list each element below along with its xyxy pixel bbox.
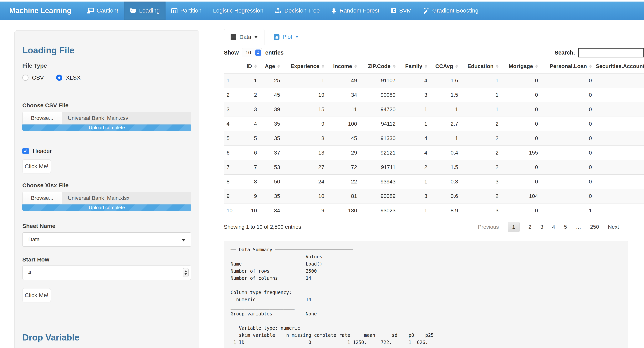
show-entries-select[interactable]: 10 (242, 48, 262, 57)
xlsx-browse-button[interactable]: Browse... (22, 192, 62, 204)
column-label: ID (246, 63, 252, 69)
table-cell: 1 (239, 73, 262, 88)
column-label: Experience (291, 63, 319, 69)
table-cell: 1 (286, 73, 330, 88)
table-row: 663713299212140.4215500 (224, 146, 644, 160)
sitemap-icon (275, 8, 282, 13)
table-cell: 6 (224, 146, 239, 160)
nav-tab-gradient-boosting[interactable]: Gradient Boosting (418, 2, 484, 20)
sort-icon (456, 65, 458, 68)
table-cell: 29 (330, 146, 362, 160)
table-cell: 1.5 (433, 160, 464, 175)
header-cell-family[interactable]: Family (401, 60, 433, 73)
table-cell: 0 (597, 189, 644, 204)
pagination-page[interactable]: 5 (564, 224, 567, 230)
header-cell-ccavg[interactable]: CCAvg (433, 60, 464, 73)
table-cell: 4 (401, 146, 433, 160)
table-cell: 5 (239, 131, 262, 146)
table-cell: 45 (330, 131, 362, 146)
pagination-page[interactable]: 3 (540, 224, 543, 230)
radio-csv[interactable]: CSV (22, 74, 44, 81)
pagination-page-current[interactable]: 1 (508, 222, 520, 232)
table-cell: 0 (543, 146, 597, 160)
table-cell: 7 (224, 160, 239, 175)
header-cell-zip-code[interactable]: ZIP.Code (362, 60, 401, 73)
table-cell: 49 (330, 73, 362, 88)
header-cell-experience[interactable]: Experience (286, 60, 330, 73)
table-cell: 0 (543, 175, 597, 189)
nav-tab-decision-tree[interactable]: Decision Tree (269, 2, 325, 20)
nav-tab-loading[interactable]: Loading (124, 2, 166, 20)
tab-plot[interactable]: Plot (267, 29, 305, 45)
pagination-page[interactable]: 4 (552, 224, 555, 230)
nav-tab-logistic-regression[interactable]: Logistic Regression (207, 2, 269, 20)
table-cell: 3 (401, 189, 433, 204)
table-cell: 9 (239, 189, 262, 204)
header-cell-mortgage[interactable]: Mortgage (504, 60, 543, 73)
header-cell-securities-account[interactable]: Securities.Account (597, 60, 644, 73)
header-cell-id[interactable]: ID (239, 60, 262, 73)
tab-data[interactable]: Data (224, 29, 264, 45)
table-cell: 0.6 (433, 189, 464, 204)
nav-tab-caution[interactable]: Caution! (82, 2, 124, 20)
show-label: Show (224, 50, 239, 56)
radio-xlsx-circle[interactable] (56, 75, 62, 81)
search-input[interactable] (578, 48, 644, 57)
stepper-icon[interactable] (183, 268, 188, 277)
nav-tab-label: SVM (399, 7, 412, 14)
xlsx-load-button[interactable]: Click Me! (22, 288, 51, 302)
table-cell: 25 (262, 73, 286, 88)
table-cell: 2 (464, 160, 504, 175)
table-cell: 155 (504, 146, 543, 160)
magic-wand-icon (423, 8, 430, 14)
data-summary-output: ── Data Summary ────────────────────────… (230, 246, 621, 346)
file-type-label: File Type (22, 62, 191, 69)
tab-plot-label: Plot (282, 34, 292, 40)
table-cell: 2 (464, 146, 504, 160)
pagination-page[interactable]: 250 (590, 224, 599, 230)
radio-xlsx[interactable]: XLSX (56, 74, 81, 81)
header-cell-education[interactable]: Education (464, 60, 504, 73)
table-cell: 90089 (362, 189, 401, 204)
table-cell: 81 (330, 189, 362, 204)
table-cell: 8.9 (433, 204, 464, 218)
stepper-up-icon[interactable] (184, 270, 187, 272)
csv-upload-progress: Upload complete (22, 124, 191, 131)
nav-tab-label: Decision Tree (284, 7, 320, 14)
header-checkbox[interactable]: ✓ (22, 148, 29, 154)
start-row-label: Start Row (22, 256, 191, 263)
stepper-down-icon[interactable] (184, 273, 187, 275)
header-cell-age[interactable]: Age (262, 60, 286, 73)
start-row-input[interactable] (22, 266, 191, 280)
csv-browse-button[interactable]: Browse... (22, 112, 62, 124)
table-cell: 1 (401, 117, 433, 131)
table-cell: 19 (286, 88, 330, 102)
header-checkbox-row[interactable]: ✓ Header (22, 148, 191, 154)
header-cell-personal-loan[interactable]: Personal.Loan (543, 60, 597, 73)
table-cell: 0 (543, 117, 597, 131)
radio-xlsx-label: XLSX (66, 74, 81, 81)
table-cell: 0 (504, 160, 543, 175)
start-row-wrap (22, 266, 191, 280)
table-cell: 0 (543, 131, 597, 146)
pagination-page[interactable]: 2 (528, 224, 532, 230)
nav-tab-svm[interactable]: SVM (385, 2, 418, 20)
table-cell: 0 (597, 146, 644, 160)
nav-tab-partition[interactable]: Partition (166, 2, 207, 20)
radio-csv-circle[interactable] (22, 75, 28, 81)
table-cell: 10 (286, 189, 330, 204)
sort-icon (589, 65, 592, 68)
table-cell: 39 (262, 102, 286, 117)
sheet-name-select[interactable]: Data (22, 232, 191, 247)
sort-icon (535, 65, 538, 68)
entries-label: entries (265, 50, 284, 56)
pagination-previous[interactable]: Previous (478, 224, 499, 230)
pagination-next[interactable]: Next (608, 224, 619, 230)
table-cell: 0 (597, 117, 644, 131)
csv-load-button[interactable]: Click Me! (22, 159, 51, 173)
table-cell: 0 (597, 102, 644, 117)
table-cell: 92121 (362, 146, 401, 160)
header-cell-income[interactable]: Income (330, 60, 362, 73)
nav-tab-random-forest[interactable]: Random Forest (326, 2, 385, 20)
nav-tab-label: Loading (139, 7, 160, 14)
